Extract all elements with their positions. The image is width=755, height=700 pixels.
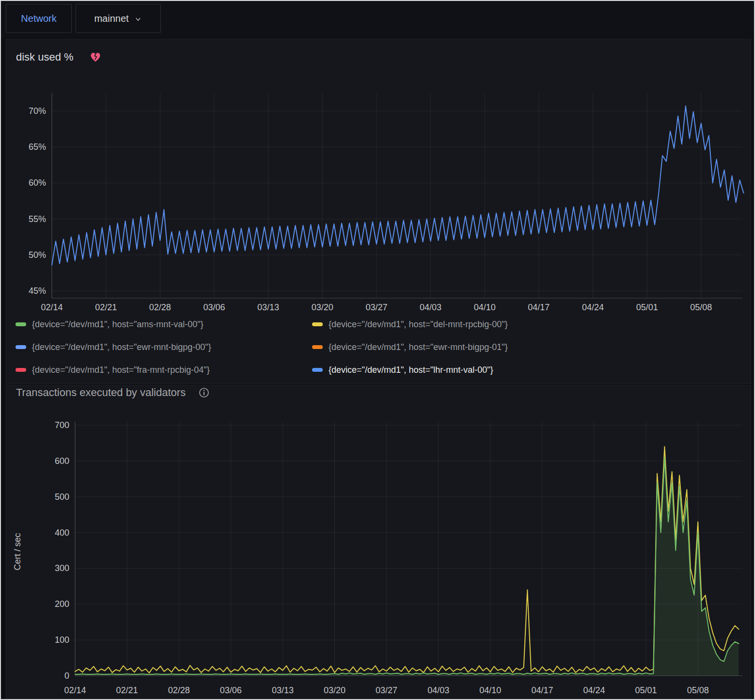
legend-color-chip [312, 322, 323, 326]
panel-transactions: Transactions executed by validators [6, 385, 751, 700]
legend-color-chip [16, 345, 26, 349]
legend-color-chip [16, 368, 26, 372]
legend-item[interactable]: {device="/dev/md1", host="ewr-mnt-bigpg-… [312, 340, 609, 354]
panel-title-transactions[interactable]: Transactions executed by validators [16, 386, 186, 399]
legend: {device="/dev/md1", host="ams-mnt-val-00… [16, 317, 631, 377]
network-variable-label: Network [6, 4, 72, 33]
tx-y-axis-label: Cert / sec [13, 506, 25, 598]
legend-item-label: {device="/dev/md1", host="ams-mnt-val-00… [32, 319, 204, 330]
network-variable-dropdown[interactable]: mainnet [76, 4, 161, 33]
legend-color-chip [312, 345, 323, 349]
variable-bar: Network mainnet [1, 1, 754, 38]
heart-break-icon [89, 51, 102, 63]
panel-title-disk-used[interactable]: disk used % [16, 51, 74, 64]
legend-item-label: {device="/dev/md1", host="lhr-mnt-val-00… [329, 365, 493, 375]
legend-item[interactable]: {device="/dev/md1", host="ewr-mnt-bigpg-… [16, 340, 312, 354]
legend-color-chip [16, 322, 26, 326]
info-circle-icon[interactable] [198, 387, 210, 398]
legend-item-label: {device="/dev/md1", host="del-mnt-rpcbig… [329, 319, 508, 330]
legend-item[interactable]: {device="/dev/md1", host="ams-mnt-val-00… [16, 317, 312, 332]
network-label-text: Network [21, 13, 56, 24]
legend-item[interactable]: {device="/dev/md1", host="lhr-mnt-val-00… [312, 363, 609, 377]
legend-item-label: {device="/dev/md1", host="ewr-mnt-bigpg-… [32, 342, 211, 352]
legend-item[interactable]: {device="/dev/md1", host="del-mnt-rpcbig… [312, 317, 609, 332]
chevron-down-icon [134, 15, 142, 24]
legend-item[interactable]: {device="/dev/md1", host="fra-mnt-rpcbig… [16, 363, 312, 377]
network-value-text: mainnet [94, 13, 128, 24]
grafana-dashboard: Network mainnet disk used % {device="/de… [0, 0, 755, 700]
legend-item-label: {device="/dev/md1", host="ewr-mnt-bigpg-… [329, 342, 508, 352]
legend-color-chip [312, 368, 323, 372]
legend-item-label: {device="/dev/md1", host="fra-mnt-rpcbig… [32, 365, 210, 375]
